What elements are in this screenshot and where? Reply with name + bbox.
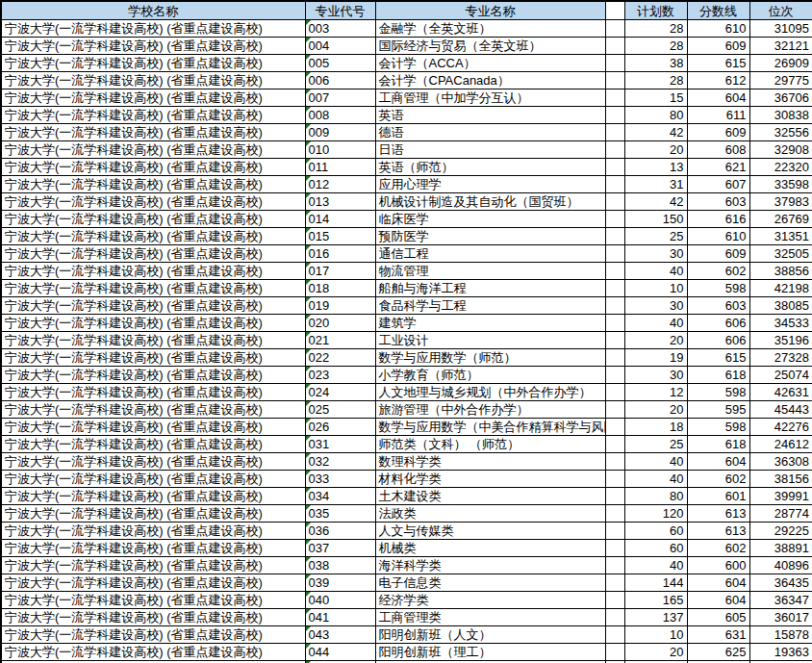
major-name-cell[interactable]: 机械类 <box>375 540 605 557</box>
spacer-cell[interactable] <box>605 176 624 193</box>
major-code-cell[interactable]: 019 <box>305 297 375 315</box>
plan-count-cell[interactable]: 13 <box>624 159 687 176</box>
score-line-cell[interactable]: 611 <box>687 107 749 124</box>
rank-cell[interactable]: 38856 <box>749 263 812 280</box>
spacer-cell[interactable] <box>605 626 624 644</box>
school-name-cell[interactable]: 宁波大学(一流学科建设高校) (省重点建设高校) <box>1 488 305 505</box>
major-code-cell[interactable]: 040 <box>305 592 375 609</box>
plan-count-cell[interactable]: 137 <box>624 609 687 626</box>
rank-cell[interactable]: 38156 <box>749 471 812 488</box>
major-code-cell[interactable]: 033 <box>305 471 375 488</box>
header-spacer[interactable] <box>605 1 624 20</box>
spacer-cell[interactable] <box>605 505 624 523</box>
major-code-cell[interactable]: 010 <box>305 141 375 159</box>
score-line-cell[interactable]: 610 <box>687 228 749 245</box>
school-name-cell[interactable]: 宁波大学(一流学科建设高校) (省重点建设高校) <box>1 626 305 644</box>
school-name-cell[interactable]: 宁波大学(一流学科建设高校) (省重点建设高校) <box>1 124 305 141</box>
score-line-cell[interactable]: 616 <box>687 211 749 228</box>
spacer-cell[interactable] <box>605 609 624 626</box>
plan-count-cell[interactable]: 31 <box>624 176 687 193</box>
school-name-cell[interactable]: 宁波大学(一流学科建设高校) (省重点建设高校) <box>1 367 305 384</box>
rank-cell[interactable]: 33598 <box>749 176 812 193</box>
spacer-cell[interactable] <box>605 471 624 488</box>
school-name-cell[interactable]: 宁波大学(一流学科建设高校) (省重点建设高校) <box>1 245 305 263</box>
plan-count-cell[interactable]: 15 <box>624 89 687 107</box>
major-code-cell[interactable]: 022 <box>305 349 375 367</box>
spacer-cell[interactable] <box>605 193 624 211</box>
major-code-cell[interactable]: 021 <box>305 332 375 349</box>
school-name-cell[interactable]: 宁波大学(一流学科建设高校) (省重点建设高校) <box>1 574 305 592</box>
major-name-cell[interactable]: 预防医学 <box>375 228 605 245</box>
major-code-cell[interactable]: 017 <box>305 263 375 280</box>
rank-cell[interactable]: 31095 <box>749 20 812 38</box>
plan-count-cell[interactable]: 12 <box>624 384 687 401</box>
score-line-cell[interactable]: 604 <box>687 574 749 592</box>
score-line-cell[interactable]: 613 <box>687 505 749 523</box>
school-name-cell[interactable]: 宁波大学(一流学科建设高校) (省重点建设高校) <box>1 419 305 436</box>
major-code-cell[interactable]: 031 <box>305 436 375 453</box>
rank-cell[interactable]: 38085 <box>749 297 812 315</box>
school-name-cell[interactable]: 宁波大学(一流学科建设高校) (省重点建设高校) <box>1 263 305 280</box>
score-line-cell[interactable]: 603 <box>687 193 749 211</box>
plan-count-cell[interactable]: 120 <box>624 505 687 523</box>
spacer-cell[interactable] <box>605 20 624 38</box>
score-line-cell[interactable]: 603 <box>687 297 749 315</box>
plan-count-cell[interactable]: 42 <box>624 124 687 141</box>
score-line-cell[interactable]: 602 <box>687 471 749 488</box>
score-line-cell[interactable]: 601 <box>687 488 749 505</box>
score-line-cell[interactable]: 604 <box>687 89 749 107</box>
major-name-cell[interactable]: 师范类（文科） （师范） <box>375 436 605 453</box>
major-code-cell[interactable]: 007 <box>305 89 375 107</box>
spacer-cell[interactable] <box>605 55 624 72</box>
major-code-cell[interactable]: 044 <box>305 644 375 661</box>
major-name-cell[interactable]: 电子信息类 <box>375 574 605 592</box>
spacer-cell[interactable] <box>605 384 624 401</box>
rank-cell[interactable]: 36347 <box>749 592 812 609</box>
plan-count-cell[interactable]: 28 <box>624 72 687 89</box>
score-line-cell[interactable]: 610 <box>687 20 749 38</box>
major-name-cell[interactable]: 工业设计 <box>375 332 605 349</box>
major-code-cell[interactable]: 026 <box>305 419 375 436</box>
header-plan-count[interactable]: 计划数 <box>624 1 687 20</box>
rank-cell[interactable]: 32908 <box>749 141 812 159</box>
plan-count-cell[interactable]: 165 <box>624 592 687 609</box>
school-name-cell[interactable]: 宁波大学(一流学科建设高校) (省重点建设高校) <box>1 193 305 211</box>
score-line-cell[interactable]: 598 <box>687 280 749 297</box>
spacer-cell[interactable] <box>605 38 624 55</box>
spacer-cell[interactable] <box>605 211 624 228</box>
major-code-cell[interactable]: 025 <box>305 401 375 419</box>
spacer-cell[interactable] <box>605 228 624 245</box>
major-code-cell[interactable]: 014 <box>305 211 375 228</box>
major-name-cell[interactable]: 机械设计制造及其自动化（国贸班） <box>375 193 605 211</box>
plan-count-cell[interactable]: 144 <box>624 574 687 592</box>
major-code-cell[interactable]: 009 <box>305 124 375 141</box>
spacer-cell[interactable] <box>605 401 624 419</box>
plan-count-cell[interactable]: 150 <box>624 211 687 228</box>
major-name-cell[interactable]: 数学与应用数学（师范） <box>375 349 605 367</box>
spacer-cell[interactable] <box>605 245 624 263</box>
plan-count-cell[interactable]: 18 <box>624 419 687 436</box>
major-name-cell[interactable]: 会计学（ACCA） <box>375 55 605 72</box>
rank-cell[interactable]: 42276 <box>749 419 812 436</box>
score-line-cell[interactable]: 602 <box>687 540 749 557</box>
school-name-cell[interactable]: 宁波大学(一流学科建设高校) (省重点建设高校) <box>1 176 305 193</box>
major-name-cell[interactable]: 阳明创新班（人文） <box>375 626 605 644</box>
spacer-cell[interactable] <box>605 523 624 540</box>
major-code-cell[interactable]: 041 <box>305 609 375 626</box>
plan-count-cell[interactable]: 60 <box>624 540 687 557</box>
major-code-cell[interactable]: 034 <box>305 488 375 505</box>
plan-count-cell[interactable]: 19 <box>624 349 687 367</box>
plan-count-cell[interactable]: 25 <box>624 228 687 245</box>
spacer-cell[interactable] <box>605 89 624 107</box>
major-name-cell[interactable]: 工商管理类 <box>375 609 605 626</box>
major-code-cell[interactable]: 043 <box>305 626 375 644</box>
major-name-cell[interactable]: 土木建设类 <box>375 488 605 505</box>
rank-cell[interactable]: 19363 <box>749 644 812 661</box>
major-name-cell[interactable]: 船舶与海洋工程 <box>375 280 605 297</box>
plan-count-cell[interactable]: 20 <box>624 141 687 159</box>
plan-count-cell[interactable]: 10 <box>624 280 687 297</box>
header-score-line[interactable]: 分数线 <box>687 1 749 20</box>
spacer-cell[interactable] <box>605 124 624 141</box>
major-name-cell[interactable]: 旅游管理（中外合作办学） <box>375 401 605 419</box>
rank-cell[interactable]: 36435 <box>749 574 812 592</box>
